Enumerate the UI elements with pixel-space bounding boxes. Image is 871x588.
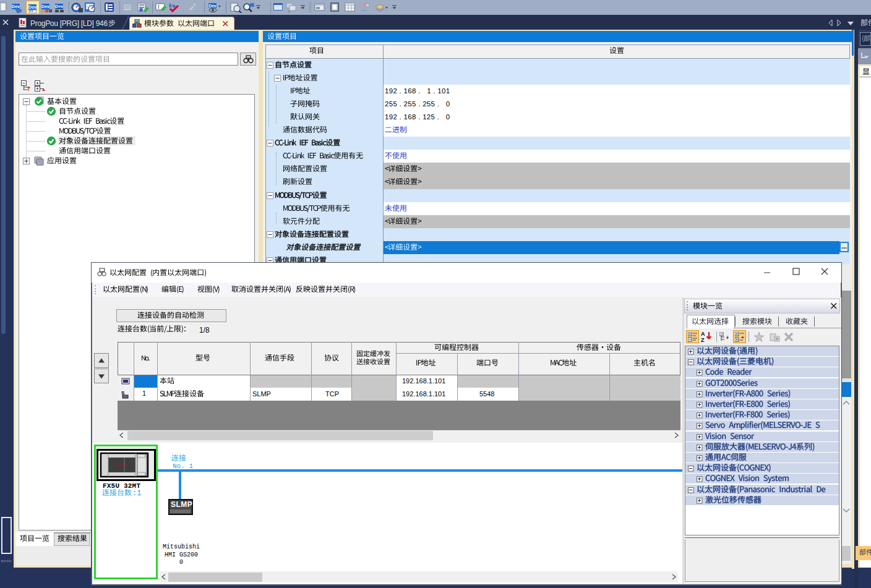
svg-text:A: A <box>701 331 705 337</box>
svg-text:I/o: I/o <box>169 2 176 9</box>
svg-text:Dev: Dev <box>12 4 20 9</box>
svg-text:I: I <box>158 4 160 10</box>
svg-text:Dev: Dev <box>28 5 36 9</box>
svg-text:Z: Z <box>701 337 705 343</box>
svg-text:Dev: Dev <box>41 4 49 9</box>
svg-text:Dev: Dev <box>209 4 217 8</box>
